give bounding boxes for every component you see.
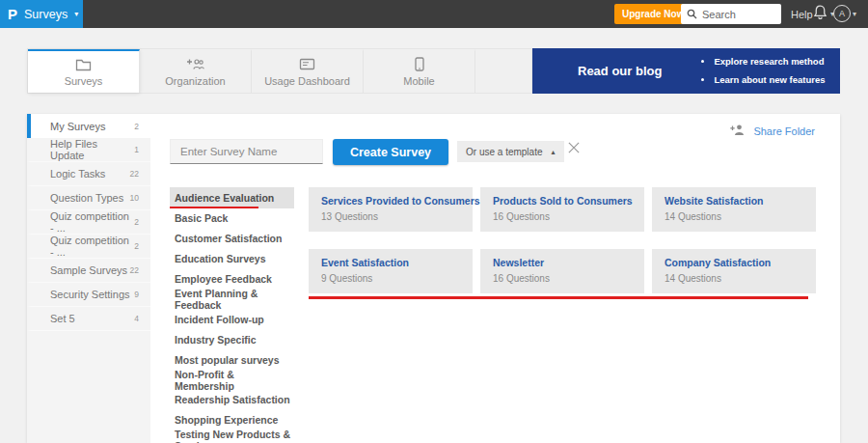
template-card-grid: Services Provided to Consumers 13 Questi… <box>309 187 816 293</box>
sidebar-folder-count: 22 <box>130 265 139 275</box>
close-template-panel-button[interactable] <box>567 141 581 157</box>
template-category-label: Event Planning & Feedback <box>175 288 294 311</box>
folders-sidebar: My Surveys 2 Help Files Update 1 Logic T… <box>27 114 150 443</box>
template-card[interactable]: Event Satisfaction 9 Questions <box>309 249 473 293</box>
add-people-icon <box>186 57 204 71</box>
template-category-item[interactable]: Customer Satisfaction <box>170 229 294 249</box>
template-card-question-count: 9 Questions <box>321 273 465 284</box>
template-card[interactable]: Website Satisfaction 14 Questions <box>652 187 816 232</box>
bell-icon <box>813 4 827 23</box>
search-box[interactable] <box>681 4 781 24</box>
search-icon <box>687 6 697 23</box>
template-category-label: Most popular surveys <box>175 354 280 366</box>
nav-tab[interactable]: Usage Dashboard <box>252 49 364 93</box>
template-category-item[interactable]: Incident Follow-up <box>170 309 294 329</box>
share-folder-label: Share Folder <box>753 125 815 137</box>
template-card-question-count: 14 Questions <box>665 211 808 222</box>
sidebar-folder-item[interactable]: Logic Tasks 22 <box>27 162 150 186</box>
share-person-icon <box>730 124 746 138</box>
main-nav-tabs: Surveys Organization Usage Dashboard Mob… <box>27 48 532 94</box>
template-category-label: Industry Specific <box>175 334 257 346</box>
template-category-label: Basic Pack <box>175 212 228 224</box>
template-category-item[interactable]: Testing New Products & Services <box>170 430 294 443</box>
template-category-label: Shopping Experience <box>175 414 278 426</box>
template-card-question-count: 16 Questions <box>493 211 637 222</box>
sidebar-folder-count: 4 <box>134 314 139 323</box>
top-bar: P Surveys ▾ Upgrade Now Help ▾ A ▾ <box>0 0 868 28</box>
template-category-item[interactable]: Shopping Experience <box>170 410 294 430</box>
template-category-item[interactable]: Education Surveys <box>170 249 294 269</box>
nav-tab[interactable]: Organization <box>140 49 252 93</box>
sidebar-folder-count: 10 <box>130 193 139 203</box>
template-category-item[interactable]: Basic Pack <box>170 208 294 229</box>
sidebar-folder-label: My Surveys <box>50 121 105 132</box>
template-card-question-count: 14 Questions <box>665 273 808 284</box>
sidebar-folder-item[interactable]: Quiz competition - ... 2 <box>27 235 150 259</box>
create-survey-button[interactable]: Create Survey <box>333 139 448 165</box>
sidebar-folder-item[interactable]: Quiz competition - ... 2 <box>27 210 150 235</box>
sidebar-folder-label: Set 5 <box>50 313 75 324</box>
template-category-item[interactable]: Employee Feedback <box>170 269 294 290</box>
sidebar-folder-item[interactable]: Sample Surveys 22 <box>27 259 150 283</box>
nav-tab-label: Organization <box>165 75 225 87</box>
template-category-item[interactable]: Event Planning & Feedback <box>170 290 294 310</box>
sidebar-folder-item[interactable]: Set 5 4 <box>27 307 150 331</box>
template-category-label: Employee Feedback <box>175 273 272 285</box>
sidebar-folder-count: 22 <box>130 169 139 179</box>
nav-tab-label: Mobile <box>403 75 434 87</box>
sidebar-folder-label: Security Settings <box>50 289 130 300</box>
blog-banner-bullets: Explore research methodLearn about new f… <box>702 53 825 88</box>
template-card[interactable]: Services Provided to Consumers 13 Questi… <box>309 187 473 232</box>
share-folder-link[interactable]: Share Folder <box>730 124 815 138</box>
sidebar-folder-label: Quiz competition - ... <box>50 210 134 234</box>
use-template-dropdown[interactable]: Or use a template ▴ <box>457 141 564 162</box>
app-window: P Surveys ▾ Upgrade Now Help ▾ A ▾ Surv <box>0 0 868 443</box>
blog-banner[interactable]: Read our blog Explore research methodLea… <box>532 48 840 94</box>
template-category-item[interactable]: Industry Specific <box>170 329 294 349</box>
template-card-title: Services Provided to Consumers <box>321 195 465 207</box>
template-card-question-count: 13 Questions <box>321 211 465 222</box>
blog-banner-bullet: Learn about new features <box>714 71 825 89</box>
template-card[interactable]: Newsletter 16 Questions <box>480 249 644 293</box>
search-input[interactable] <box>702 9 775 20</box>
template-category-item[interactable]: Readership Satisfaction <box>170 390 294 410</box>
proprofs-logo-icon: P <box>8 7 17 21</box>
template-category-label: Readership Satisfaction <box>175 394 290 405</box>
blog-banner-bullet: Explore research method <box>714 53 825 70</box>
dashboard-icon <box>299 57 315 71</box>
template-card-title: Company Satisfaction <box>665 257 808 268</box>
template-category-item[interactable]: Most popular surveys <box>170 349 294 370</box>
sidebar-folder-item[interactable]: Security Settings 9 <box>27 283 150 307</box>
account-menu[interactable]: A ▾ <box>833 5 856 22</box>
mobile-icon <box>415 57 424 71</box>
template-category-label: Audience Evaluation <box>175 192 274 204</box>
template-card-title: Website Satisfaction <box>665 195 808 207</box>
nav-tab[interactable]: Surveys <box>28 49 140 93</box>
template-category-label: Testing New Products & Services <box>175 429 294 443</box>
sidebar-folder-count: 2 <box>134 217 139 227</box>
nav-tab[interactable]: Mobile <box>364 49 475 93</box>
template-category-item[interactable]: Non-Profit & Membership <box>170 370 294 390</box>
template-card[interactable]: Company Satisfaction 14 Questions <box>652 249 816 293</box>
sidebar-folder-item[interactable]: My Surveys 2 <box>27 114 150 138</box>
notifications-menu[interactable]: ▾ <box>813 4 834 23</box>
product-switcher[interactable]: P Surveys ▾ <box>0 0 83 28</box>
sidebar-folder-count: 1 <box>134 145 139 154</box>
caret-down-icon: ▾ <box>74 10 78 18</box>
template-category-label: Incident Follow-up <box>175 314 264 325</box>
folder-icon <box>75 57 92 71</box>
help-link[interactable]: Help <box>791 9 813 20</box>
sidebar-folder-label: Help Files Update <box>50 138 134 161</box>
nav-tab-label: Surveys <box>65 75 103 87</box>
blog-banner-title: Read our blog <box>578 64 662 78</box>
survey-name-input[interactable] <box>170 139 323 164</box>
caret-up-icon: ▴ <box>551 148 555 156</box>
product-name: Surveys <box>24 8 68 21</box>
sidebar-folder-item[interactable]: Help Files Update 1 <box>27 138 150 162</box>
sidebar-folder-item[interactable]: Question Types 10 <box>27 186 150 210</box>
template-card[interactable]: Products Sold to Consumers 16 Questions <box>480 187 644 232</box>
template-card-title: Newsletter <box>493 257 637 268</box>
template-category-label: Customer Satisfaction <box>175 233 282 244</box>
template-category-label: Education Surveys <box>175 253 266 264</box>
avatar: A <box>833 5 851 22</box>
